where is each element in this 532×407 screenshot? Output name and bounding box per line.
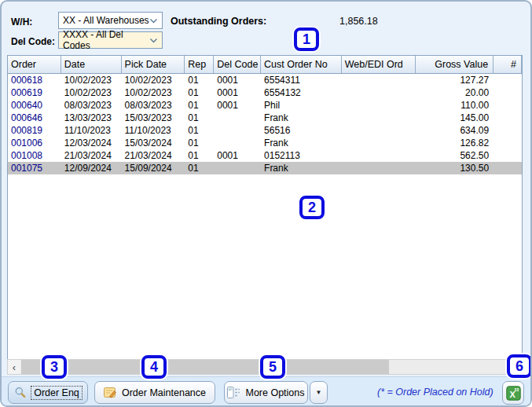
table-row[interactable]: 00107512/09/202415/09/202401Frank130.50	[8, 162, 522, 174]
svg-text:X: X	[509, 389, 515, 398]
cell-date: 08/03/2023	[61, 99, 122, 112]
cell-gross_value: 562.50	[416, 149, 493, 162]
cell-date: 12/03/2024	[61, 137, 122, 149]
table-row[interactable]: 00081911/10/202311/10/20230156516634.09	[8, 124, 522, 137]
chevron-down-icon	[149, 18, 158, 24]
annotation-badge-1: 1	[294, 28, 319, 51]
cell-web_edi	[342, 149, 416, 162]
cell-del_code: 0001	[214, 99, 261, 112]
column-header-pick-date[interactable]: Pick Date	[122, 56, 185, 73]
column-header-web-edi-ord[interactable]: Web/EDI Ord	[342, 56, 416, 73]
column-header-del-code[interactable]: Del Code	[214, 56, 261, 73]
annotation-badge-2: 2	[299, 196, 325, 219]
cell-pick_date: 15/03/2023	[122, 112, 185, 124]
cell-del_code	[214, 112, 261, 124]
cell-pick_date: 08/03/2023	[122, 99, 185, 112]
cell-rep: 01	[185, 74, 214, 86]
column-header-gross-value[interactable]: Gross Value	[416, 56, 493, 73]
order-maintenance-label: Order Maintenance	[122, 387, 206, 398]
more-options-dropdown-button[interactable]: ▼	[310, 381, 328, 404]
cell-cust_order_no: Phil	[261, 99, 342, 112]
order-enq-label: Order Enq	[31, 387, 82, 399]
cell-hash	[493, 137, 522, 149]
cell-order: 000619	[8, 86, 61, 99]
table-row[interactable]: 00100612/03/202415/03/202401Frank126.82	[8, 137, 522, 149]
cell-hash	[493, 86, 522, 99]
annotation-badge-6: 6	[507, 354, 532, 378]
cell-pick_date: 11/10/2023	[122, 124, 185, 137]
cell-order: 001006	[8, 137, 61, 149]
excel-icon: X	[506, 386, 521, 401]
cell-pick_date: 21/03/2024	[122, 149, 185, 162]
cell-date: 10/02/2023	[61, 86, 122, 99]
cell-web_edi	[342, 112, 416, 124]
cell-del_code: 0001	[214, 149, 261, 162]
cell-pick_date: 10/02/2023	[122, 74, 185, 86]
table-header: OrderDatePick DateRepDel CodeCust Order …	[8, 56, 522, 74]
table-row[interactable]: 00061910/02/202310/02/202301000165541322…	[8, 86, 522, 99]
more-options-label: More Options	[245, 387, 304, 398]
cell-hash	[493, 112, 522, 124]
scrollbar-thumb[interactable]	[21, 360, 389, 374]
table-body: 00061810/02/202310/02/202301000165543111…	[8, 74, 522, 174]
cell-cust_order_no: 56516	[261, 124, 342, 137]
column-header-date[interactable]: Date	[61, 56, 122, 73]
table-row[interactable]: 00100821/03/202421/03/202401000101521135…	[8, 149, 522, 162]
annotation-badge-3: 3	[42, 355, 67, 379]
table-row[interactable]: 00061810/02/202310/02/202301000165543111…	[8, 74, 522, 86]
cell-rep: 01	[185, 86, 214, 99]
more-options-button[interactable]: More Options	[224, 381, 308, 404]
cell-gross_value: 20.00	[416, 86, 493, 99]
warehouse-select-value: XX - All Warehouses	[63, 15, 149, 26]
order-maintenance-button[interactable]: Order Maintenance	[94, 381, 215, 404]
cell-pick_date: 15/03/2024	[122, 137, 185, 149]
cell-order: 000819	[8, 124, 61, 137]
del-code-select[interactable]: XXXX - All Del Codes	[58, 31, 163, 49]
export-excel-button[interactable]: X	[502, 381, 524, 405]
cell-date: 11/10/2023	[61, 124, 122, 137]
warehouse-label: W/H:	[11, 16, 32, 28]
cell-date: 12/09/2024	[61, 162, 122, 174]
column-header-cust-order-no[interactable]: Cust Order No	[261, 56, 342, 73]
cell-del_code: 0001	[214, 86, 261, 99]
cell-cust_order_no: 6554311	[261, 74, 342, 86]
cell-del_code	[214, 162, 261, 174]
cell-web_edi	[342, 124, 416, 137]
del-code-select-value: XXXX - All Del Codes	[63, 29, 149, 51]
cell-date: 13/03/2023	[61, 112, 122, 124]
cell-order: 000640	[8, 99, 61, 112]
table-row[interactable]: 00064008/03/202308/03/2023010001Phil110.…	[8, 99, 522, 112]
order-enq-button[interactable]: Order Enq	[8, 381, 88, 404]
column-header-rep[interactable]: Rep	[185, 56, 214, 73]
scroll-left-button[interactable]: ‹	[8, 360, 20, 374]
column-header--[interactable]: #	[493, 56, 522, 73]
outstanding-orders-value: 1,856.18	[339, 16, 378, 27]
edit-note-icon	[104, 387, 117, 398]
cell-web_edi	[342, 162, 416, 174]
cell-order: 000618	[8, 74, 61, 86]
column-header-order[interactable]: Order	[8, 56, 61, 73]
cell-del_code: 0001	[214, 74, 261, 86]
outstanding-orders-window: W/H: XX - All Warehouses Del Code: XXXX …	[0, 0, 532, 407]
warehouse-select[interactable]: XX - All Warehouses	[58, 12, 163, 29]
chevron-left-icon: ‹	[13, 361, 16, 373]
cell-web_edi	[342, 86, 416, 99]
orders-table: OrderDatePick DateRepDel CodeCust Order …	[7, 55, 523, 359]
cell-gross_value: 126.82	[416, 137, 493, 149]
cell-del_code	[214, 137, 261, 149]
cell-pick_date: 10/02/2023	[122, 86, 185, 99]
cell-order: 001075	[8, 162, 61, 174]
cell-hash	[493, 99, 522, 112]
cell-web_edi	[342, 99, 416, 112]
cell-rep: 01	[185, 149, 214, 162]
cell-rep: 01	[185, 99, 214, 112]
table-row[interactable]: 00064613/03/202315/03/202301Frank145.00	[8, 112, 522, 124]
cell-gross_value: 110.00	[416, 99, 493, 112]
annotation-badge-4: 4	[141, 355, 167, 379]
chevron-down-icon: ▼	[316, 389, 322, 396]
cell-web_edi	[342, 74, 416, 86]
cell-hash	[493, 149, 522, 162]
cell-gross_value: 145.00	[416, 112, 493, 124]
cell-rep: 01	[185, 162, 214, 174]
footer-toolbar: Order Enq Order Maintenance	[2, 376, 530, 407]
